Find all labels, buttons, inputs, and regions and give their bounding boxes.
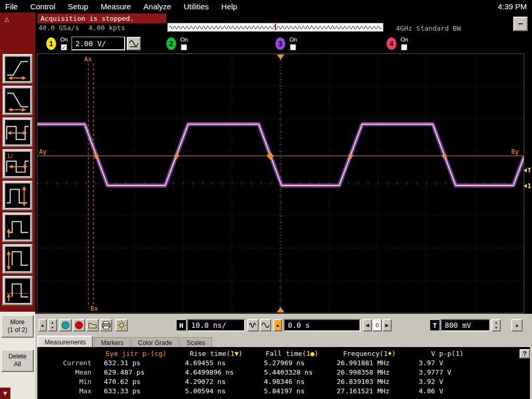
channel-1-ground-marker[interactable]: 1	[524, 182, 531, 190]
tab-markers[interactable]: Markers	[94, 337, 130, 348]
sample-rate: 40.0 GSa/s	[38, 24, 79, 32]
run-icon	[61, 321, 70, 330]
menu-control[interactable]: Control	[30, 2, 55, 11]
tab-color-grade[interactable]: Color Grade	[131, 337, 179, 348]
measurement-source-glyph: ●	[310, 350, 314, 357]
tool-maximum-button[interactable]	[3, 212, 33, 242]
measurement-column-header: V p-p(1)	[410, 349, 484, 358]
more-sub-label: (1 of 2)	[7, 326, 27, 334]
position-right-button[interactable]: ▶	[382, 319, 392, 331]
sine-icon	[249, 322, 257, 328]
measurement-row-label: Mean	[37, 368, 96, 377]
position-zero-button[interactable]: 0	[373, 319, 382, 331]
horizontal-zoom-in-button[interactable]	[260, 319, 271, 331]
label-bx: Bx	[90, 305, 98, 312]
measurement-value: 4.98346 ns	[256, 377, 328, 387]
panel-up-button[interactable]: ▲	[38, 319, 47, 331]
channel-4-on-checkbox[interactable]	[401, 44, 407, 50]
oscilloscope-screen: File Control Setup Measure Analyze Utili…	[0, 0, 532, 399]
channel-3-on-checkbox[interactable]	[290, 44, 296, 50]
timebase-display[interactable]: 10.0 ns/	[187, 319, 245, 331]
channel-2-on-checkbox[interactable]	[181, 44, 187, 50]
channel-2-badge[interactable]: 2	[166, 37, 177, 50]
channel-1-on-checkbox[interactable]: ✓	[61, 44, 67, 50]
ground-marker-label: 1	[527, 182, 531, 190]
more-label: More	[10, 318, 24, 326]
menu-file[interactable]: File	[5, 2, 18, 11]
up-arrow-icon: ▲	[515, 323, 520, 328]
measurement-value: 4.69455 ns	[177, 358, 256, 368]
channel-1-coupling-button[interactable]	[127, 37, 141, 50]
display-brightness-button[interactable]	[115, 319, 128, 331]
bandwidth-label: 4GHz Standard BW	[396, 24, 461, 32]
stop-button[interactable]	[73, 319, 85, 331]
tool-fall-time-button[interactable]	[3, 86, 33, 115]
measurement-value: 3.9777 V	[410, 368, 484, 377]
menu-bar: File Control Setup Measure Analyze Utili…	[0, 0, 532, 12]
rise-time-icon	[5, 57, 30, 81]
trigger-top-marker[interactable]	[277, 55, 284, 60]
menu-measure[interactable]: Measure	[101, 2, 131, 11]
trigger-level-label: T	[527, 167, 531, 174]
trigger-bottom-marker[interactable]	[277, 307, 284, 312]
measurement-value: 4.6499896 ns	[177, 368, 256, 377]
tab-measurements[interactable]: Measurements	[37, 336, 93, 348]
minimize-button[interactable]: −	[513, 17, 528, 31]
measurement-value: 3.97 V	[410, 358, 484, 368]
delete-all-button[interactable]: Delete All	[1, 349, 34, 372]
top-icon	[5, 247, 30, 271]
panel-spinner[interactable]: ▲ ▼	[48, 319, 57, 331]
horizontal-position-display[interactable]: 0.0 s	[284, 319, 361, 331]
trigger-position-button[interactable]: ▲	[273, 319, 282, 331]
channel-3-badge[interactable]: 3	[275, 37, 286, 50]
open-file-button[interactable]	[86, 319, 99, 331]
clock: 4:39 PM	[498, 2, 532, 11]
preview-waveform-icon	[168, 23, 383, 31]
waveform-display[interactable]: AxAyBxBy	[37, 54, 524, 313]
amplitude-icon	[5, 183, 30, 208]
tool-amplitude-button[interactable]	[3, 181, 33, 210]
menu-analyze[interactable]: Analyze	[143, 2, 171, 11]
tool-base-button[interactable]	[3, 276, 33, 305]
menu-setup[interactable]: Setup	[68, 2, 88, 11]
channel-1-badge[interactable]: 1	[46, 37, 57, 50]
left-triangle-icon	[524, 184, 527, 188]
tool-top-button[interactable]	[3, 244, 33, 274]
trigger-label: T	[430, 320, 440, 330]
menu-help[interactable]: Help	[221, 2, 237, 11]
base-icon	[5, 278, 30, 303]
tab-scales[interactable]: Scales	[180, 337, 212, 348]
printer-icon	[101, 321, 111, 330]
trigger-level-display[interactable]: 800 mV	[441, 319, 490, 331]
panel-collapse-button[interactable]: ▲	[511, 319, 523, 331]
toolbar-scroll-up-button[interactable]: △	[2, 15, 11, 23]
measurement-value: 5.84197 ns	[256, 387, 328, 396]
channel-1-scale-display[interactable]: 2.00 V/	[71, 36, 125, 50]
maximum-icon	[5, 215, 30, 240]
tool-pulse-width-button[interactable]	[3, 117, 33, 147]
toolbar-scroll-down-button[interactable]: ▼	[0, 388, 10, 399]
measurement-value: 470.62 ps	[96, 377, 177, 387]
channel-4-on-label: On	[401, 36, 408, 43]
position-left-button[interactable]: ◀	[363, 319, 372, 331]
run-button[interactable]	[59, 319, 72, 331]
down-arrow-icon: ▼	[2, 390, 8, 397]
menu-utilities[interactable]: Utilities	[183, 2, 208, 11]
print-button[interactable]	[100, 319, 112, 331]
channel-4-badge[interactable]: 4	[386, 37, 397, 50]
acquisition-preview-bar[interactable]	[167, 23, 383, 32]
measurement-value: 5.4403328 ns	[256, 368, 328, 377]
trigger-level-spinner[interactable]: ▲ ▼	[491, 319, 501, 331]
horizontal-zoom-out-button[interactable]	[247, 319, 259, 331]
measurement-row-label: Max	[37, 387, 96, 396]
scope-graticule: AxAyBxBy	[37, 54, 524, 313]
left-arrow-icon: ◀	[366, 323, 369, 328]
sine-icon	[261, 322, 270, 328]
measurement-source-glyph: ♦	[388, 350, 392, 357]
more-button[interactable]: More (1 of 2)	[1, 315, 34, 338]
trigger-level-marker[interactable]: T	[524, 167, 531, 174]
delete-label: Delete	[8, 353, 26, 360]
tool-frequency-button[interactable]: 1/	[3, 149, 33, 179]
help-button[interactable]: ?	[520, 349, 530, 358]
tool-rise-time-button[interactable]	[3, 54, 33, 84]
